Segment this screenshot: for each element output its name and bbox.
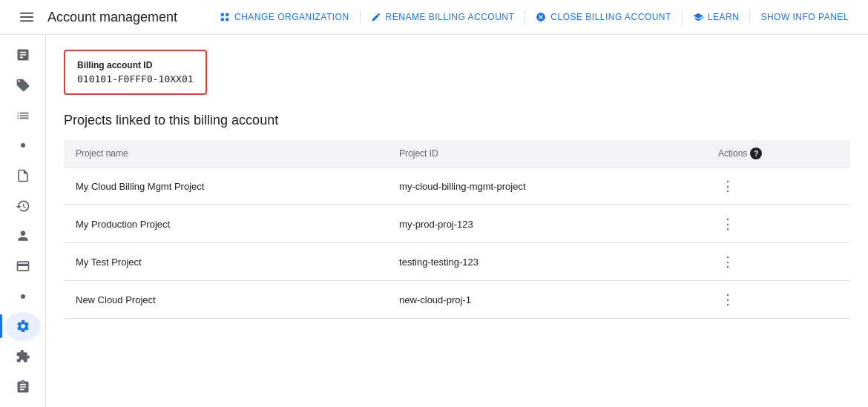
table-row: My Cloud Billing Mgmt Project my-cloud-b… <box>64 168 850 205</box>
table-row: My Production Project my-prod-proj-123 ⋮ <box>64 205 850 243</box>
table-row: My Test Project testing-testing-123 ⋮ <box>64 243 850 281</box>
divider-4 <box>749 10 750 24</box>
table-row: New Cloud Project new-cloud-proj-1 ⋮ <box>64 281 850 319</box>
rename-billing-button[interactable]: RENAME BILLING ACCOUNT <box>364 7 522 27</box>
sidebar-item-users[interactable] <box>5 222 41 251</box>
project-name-cell: My Production Project <box>64 205 387 243</box>
sidebar-item-payment[interactable] <box>5 252 41 281</box>
divider-2 <box>525 10 525 24</box>
project-name-cell: My Cloud Billing Mgmt Project <box>64 168 387 205</box>
sidebar-item-invoices[interactable] <box>5 162 41 191</box>
sidebar <box>0 35 46 407</box>
sidebar-item-dot1 <box>5 131 41 160</box>
main-content: Billing account ID 010101-F0FFF0-10XX01 … <box>46 35 868 407</box>
billing-id-value: 010101-F0FFF0-10XX01 <box>77 73 194 85</box>
project-id-cell: my-cloud-billing-mgmt-project <box>387 168 706 205</box>
hamburger-menu[interactable] <box>12 2 42 32</box>
section-title: Projects linked to this billing account <box>64 113 850 128</box>
col-actions: Actions ? <box>706 140 850 168</box>
project-id-cell: my-prod-proj-123 <box>387 205 706 243</box>
project-name-cell: My Test Project <box>64 243 387 281</box>
svg-rect-0 <box>20 13 33 14</box>
show-info-panel-button[interactable]: SHOW INFO PANEL <box>753 7 856 27</box>
sidebar-item-history[interactable] <box>5 191 41 220</box>
sidebar-item-extensions[interactable] <box>5 343 41 371</box>
sidebar-item-commitments[interactable] <box>5 372 41 401</box>
learn-button[interactable]: LEARN <box>685 7 747 27</box>
col-project-name: Project name <box>64 140 387 168</box>
topbar: Account management CHANGE ORGANIZATION R… <box>0 0 868 35</box>
divider-3 <box>682 10 683 24</box>
sidebar-item-tags[interactable] <box>5 71 41 100</box>
main-layout: Billing account ID 010101-F0FFF0-10XX01 … <box>0 35 868 407</box>
col-project-id: Project ID <box>387 140 706 168</box>
more-options-button[interactable]: ⋮ <box>718 213 838 235</box>
table-body: My Cloud Billing Mgmt Project my-cloud-b… <box>64 168 850 319</box>
actions-cell: ⋮ <box>706 168 850 205</box>
table-header: Project name Project ID Actions ? <box>64 140 850 168</box>
sidebar-item-dot2 <box>5 282 41 311</box>
sidebar-item-settings[interactable] <box>5 312 41 341</box>
sidebar-item-overview[interactable] <box>5 41 41 70</box>
billing-id-label: Billing account ID <box>77 60 194 70</box>
sidebar-item-reports[interactable] <box>5 101 41 130</box>
project-id-cell: testing-testing-123 <box>387 243 706 281</box>
actions-help-icon[interactable]: ? <box>750 148 762 159</box>
actions-cell: ⋮ <box>706 243 850 281</box>
project-name-cell: New Cloud Project <box>64 281 387 319</box>
projects-table: Project name Project ID Actions ? My Clo… <box>64 140 850 319</box>
svg-rect-2 <box>20 21 33 22</box>
actions-cell: ⋮ <box>706 205 850 243</box>
close-billing-button[interactable]: CLOSE BILLING ACCOUNT <box>528 7 679 27</box>
more-options-button[interactable]: ⋮ <box>718 251 838 273</box>
billing-id-card: Billing account ID 010101-F0FFF0-10XX01 <box>64 50 207 95</box>
change-org-button[interactable]: CHANGE ORGANIZATION <box>212 7 357 27</box>
page-title: Account management <box>47 10 177 25</box>
divider-1 <box>360 10 361 24</box>
more-options-button[interactable]: ⋮ <box>718 175 838 197</box>
svg-rect-1 <box>20 16 33 18</box>
project-id-cell: new-cloud-proj-1 <box>387 281 706 319</box>
actions-cell: ⋮ <box>706 281 850 319</box>
more-options-button[interactable]: ⋮ <box>718 288 838 311</box>
